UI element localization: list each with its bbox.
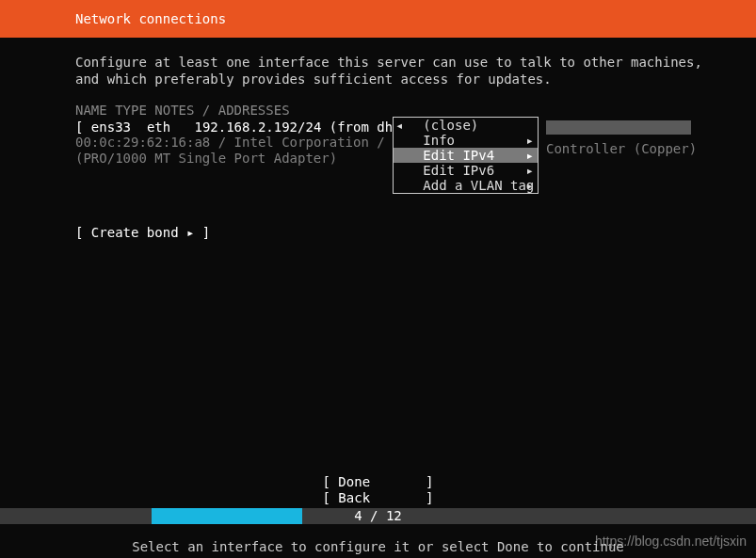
menu-item-edit-ipv6[interactable]: Edit IPv6▸ [394,163,538,178]
iface-name: ens33 [91,120,131,135]
menu-item-add-a-vlan-tag[interactable]: Add a VLAN tag▸ [394,178,538,193]
chevron-right-icon: ▸ [526,163,534,178]
done-button[interactable]: [ Done ] [0,474,756,490]
chevron-left-icon: ◂ [395,118,403,133]
main-content: Configure at least one interface this se… [0,38,756,240]
iface-type: eth [147,120,170,135]
description: Configure at least one interface this se… [75,55,756,88]
menu-item-info[interactable]: Info▸ [394,133,538,148]
column-headers: NAME TYPE NOTES / ADDRESSES [75,103,756,118]
bottom-buttons: [ Done ] [ Back ] [0,474,756,506]
progress-label: 4 / 12 [0,508,756,524]
progress-bar: 4 / 12 [0,508,756,524]
description-line2: and which preferably provides sufficient… [75,72,756,88]
create-bond-button[interactable]: [ Create bond ▸ ] [75,225,756,240]
interface-menu: (close)◂ Info▸ Edit IPv4▸ Edit IPv6▸ Add… [393,117,539,194]
selection-highlight [546,120,691,135]
chevron-right-icon: ▸ [526,178,534,193]
iface-address: 192.168.2.192/24 (from dhcp) [194,120,416,135]
titlebar: Network connections [0,0,756,38]
page-title: Network connections [75,11,226,26]
watermark: https://blog.csdn.net/tjsxin [595,534,747,549]
chevron-right-icon: ▸ [526,133,534,148]
chevron-right-icon: ▸ [526,148,534,163]
menu-item-close[interactable]: (close)◂ [394,118,538,133]
iface-vendor-suffix: Controller (Copper) [546,141,697,156]
back-button[interactable]: [ Back ] [0,490,756,506]
description-line1: Configure at least one interface this se… [75,55,756,72]
iface-mac: 00:0c:29:62:16:a8 [75,135,210,150]
menu-item-edit-ipv4[interactable]: Edit IPv4▸ [394,148,538,163]
